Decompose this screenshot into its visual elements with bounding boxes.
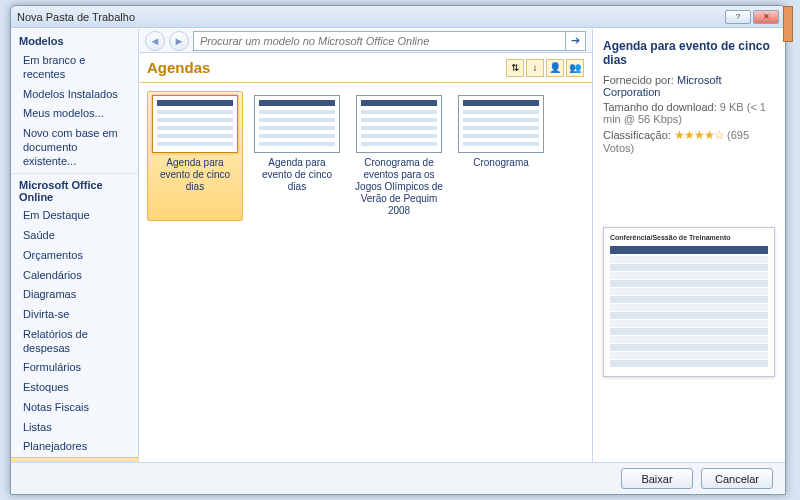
sidebar-item[interactable]: Saúde <box>11 226 138 246</box>
dialog-body: Modelos Em branco e recentesModelos Inst… <box>11 28 785 462</box>
preview-title: Conferência/Sessão de Treinamento <box>610 234 731 241</box>
nav-forward-button[interactable]: ► <box>169 31 189 51</box>
sidebar-item[interactable]: Listas <box>11 418 138 438</box>
sidebar-item[interactable]: Modelos Instalados <box>11 85 138 105</box>
sidebar-item[interactable]: Divirta-se <box>11 305 138 325</box>
template-thumb <box>254 95 340 153</box>
sidebar-item[interactable]: Notas Fiscais <box>11 398 138 418</box>
view-icons: ⇅↓👤👥 <box>506 59 584 77</box>
template-label: Agenda para evento de cinco dias <box>253 157 341 193</box>
template-item[interactable]: Cronograma <box>453 91 549 221</box>
search-go-button[interactable]: ➔ <box>565 32 585 50</box>
sidebar-item[interactable]: Meus modelos... <box>11 104 138 124</box>
template-thumb <box>458 95 544 153</box>
sidebar-item[interactable]: Novo com base em documento existente... <box>11 124 138 171</box>
view-icon[interactable]: 👤 <box>546 59 564 77</box>
sidebar-item[interactable]: Diagramas <box>11 285 138 305</box>
sidebar-item[interactable]: Estoques <box>11 378 138 398</box>
star-icon: ★★★★☆ <box>674 128 724 142</box>
sidebar-item[interactable]: Em branco e recentes <box>11 51 138 85</box>
sidebar-heading: Modelos <box>11 29 138 51</box>
template-preview: Conferência/Sessão de Treinamento <box>603 227 775 377</box>
view-icon[interactable]: ⇅ <box>506 59 524 77</box>
category-title: Agendas <box>147 59 506 76</box>
provider-row: Fornecido por: Microsoft Corporation <box>603 74 775 98</box>
template-gallery: Agenda para evento de cinco diasAgenda p… <box>139 83 592 462</box>
center-pane: ◄ ► ➔ Agendas ⇅↓👤👥 Agenda para evento de… <box>139 29 593 462</box>
template-label: Agenda para evento de cinco dias <box>151 157 239 193</box>
search-input[interactable] <box>194 35 565 47</box>
sidebar-item[interactable]: Orçamentos <box>11 246 138 266</box>
titlebar: Nova Pasta de Trabalho ? ✕ <box>11 6 785 28</box>
sidebar: Modelos Em branco e recentesModelos Inst… <box>11 29 139 462</box>
sidebar-section-online: Microsoft Office Online <box>11 173 138 206</box>
nav-back-button[interactable]: ◄ <box>145 31 165 51</box>
decorative-tab <box>783 6 793 42</box>
sidebar-item[interactable]: Calendários <box>11 266 138 286</box>
view-icon[interactable]: 👥 <box>566 59 584 77</box>
template-item[interactable]: Cronograma de eventos para os Jogos Olím… <box>351 91 447 221</box>
sidebar-item[interactable]: Em Destaque <box>11 206 138 226</box>
sidebar-item[interactable]: Relatórios de despesas <box>11 325 138 359</box>
cancel-button[interactable]: Cancelar <box>701 468 773 489</box>
sidebar-item[interactable]: Planejadores <box>11 437 138 457</box>
template-label: Cronograma de eventos para os Jogos Olím… <box>355 157 443 217</box>
sidebar-item[interactable]: Formulários <box>11 358 138 378</box>
template-thumb <box>356 95 442 153</box>
toolbar: ◄ ► ➔ <box>139 29 592 53</box>
search-box: ➔ <box>193 31 586 51</box>
new-workbook-dialog: Nova Pasta de Trabalho ? ✕ Modelos Em br… <box>10 5 786 495</box>
help-button[interactable]: ? <box>725 10 751 24</box>
template-item[interactable]: Agenda para evento de cinco dias <box>147 91 243 221</box>
template-thumb <box>152 95 238 153</box>
size-row: Tamanho do download: 9 KB (< 1 min @ 56 … <box>603 101 775 125</box>
close-button[interactable]: ✕ <box>753 10 779 24</box>
details-pane: Agenda para evento de cinco dias Forneci… <box>593 29 785 462</box>
category-bar: Agendas ⇅↓👤👥 <box>139 53 592 83</box>
view-icon[interactable]: ↓ <box>526 59 544 77</box>
download-button[interactable]: Baixar <box>621 468 693 489</box>
window-title: Nova Pasta de Trabalho <box>17 11 135 23</box>
template-label: Cronograma <box>473 157 529 169</box>
rating-row: Classificação: ★★★★☆ (695 Votos) <box>603 128 775 154</box>
details-title: Agenda para evento de cinco dias <box>603 39 775 68</box>
footer: Baixar Cancelar <box>11 462 785 494</box>
template-item[interactable]: Agenda para evento de cinco dias <box>249 91 345 221</box>
